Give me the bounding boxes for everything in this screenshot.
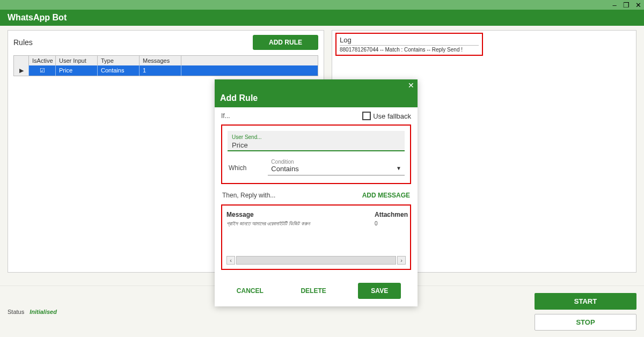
maximize-icon[interactable]: ❐ [623, 2, 630, 9]
rules-col-isactive: IsActive [29, 56, 56, 65]
rules-table: IsActive User Input Type Messages ▶ ☑ Pr… [13, 55, 318, 76]
modal-titlebar: ✕ [215, 79, 418, 91]
rules-col-messages: Messages [140, 56, 181, 65]
rules-col-userinput: User Input [56, 56, 98, 65]
messages-col-message: Message [226, 211, 375, 218]
log-highlight-box: Log 8801781267044 -- Match : Contains --… [335, 33, 483, 56]
row-isactive-checkbox[interactable]: ☑ [29, 65, 56, 76]
message-text: প্রাইস জানতে আমাদের ওয়েবসাইটটি ভিজিট কর… [226, 221, 375, 227]
row-indicator-icon: ▶ [14, 65, 29, 76]
status-wrap: Status Initialised [8, 309, 57, 315]
modal-actions: CANCEL DELETE SAVE [215, 276, 418, 306]
app-title-bar: WhatsApp Bot [0, 10, 644, 26]
log-entry: 8801781267044 -- Match : Contains -- Rep… [340, 45, 479, 53]
which-label: Which [229, 158, 246, 172]
row-userinput: Price [56, 65, 98, 76]
modal-close-icon[interactable]: ✕ [408, 81, 414, 90]
if-label: If... [221, 112, 230, 120]
messages-header: Message Attachmen [226, 211, 406, 218]
modal-title: Add Rule [215, 91, 418, 107]
user-send-value: Price [232, 141, 400, 149]
chevron-down-icon: ▼ [396, 165, 401, 171]
scrollbar-track[interactable] [236, 256, 396, 265]
user-send-input[interactable]: User Send... Price [228, 131, 405, 151]
user-send-label: User Send... [232, 134, 400, 140]
add-message-button[interactable]: ADD MESSAGE [362, 192, 410, 199]
condition-value: Contains [271, 165, 401, 173]
then-row: Then, Reply with... ADD MESSAGE [221, 188, 411, 204]
use-fallback-checkbox[interactable]: Use fallback [362, 112, 411, 120]
fallback-label: Use fallback [373, 112, 411, 120]
cancel-button[interactable]: CANCEL [231, 284, 269, 298]
add-rule-button[interactable]: ADD RULE [253, 35, 318, 50]
rules-header: Rules ADD RULE [13, 35, 318, 50]
add-rule-modal: ✕ Add Rule If... Use fallback User Send.… [215, 79, 418, 306]
save-button[interactable]: SAVE [358, 283, 401, 299]
rules-col-selector [14, 56, 29, 65]
rules-table-header: IsActive User Input Type Messages [14, 56, 318, 65]
footer-actions: START STOP [535, 293, 636, 331]
rules-col-type: Type [98, 56, 140, 65]
status-label: Status [8, 309, 24, 315]
if-row: If... Use fallback [221, 112, 411, 120]
start-button[interactable]: START [535, 293, 636, 310]
status-value: Initialised [30, 309, 57, 315]
delete-button[interactable]: DELETE [295, 284, 331, 298]
app-title: WhatsApp Bot [8, 13, 67, 23]
table-row[interactable]: ▶ ☑ Price Contains 1 [14, 65, 318, 76]
scroll-right-icon[interactable]: › [397, 256, 406, 265]
messages-scrollbar[interactable]: ‹ › [226, 256, 406, 265]
stop-button[interactable]: STOP [535, 314, 636, 331]
message-attachments: 0 [375, 221, 406, 227]
log-title: Log [340, 36, 479, 44]
if-condition-box: User Send... Price Which Condition Conta… [221, 124, 411, 184]
condition-dropdown[interactable]: Condition Contains ▼ [268, 158, 405, 175]
window-titlebar: – ❐ ✕ [0, 0, 644, 10]
table-row[interactable]: প্রাইস জানতে আমাদের ওয়েবসাইটটি ভিজিট কর… [226, 221, 406, 227]
checkbox-icon [362, 112, 371, 120]
row-type: Contains [98, 65, 140, 76]
messages-box: Message Attachmen প্রাইস জানতে আমাদের ওয… [221, 204, 411, 270]
window-close-icon[interactable]: ✕ [634, 2, 642, 9]
condition-label: Condition [271, 159, 401, 165]
which-row: Which Condition Contains ▼ [228, 157, 405, 178]
minimize-icon[interactable]: – [611, 2, 618, 9]
row-messages: 1 [140, 65, 181, 76]
modal-body: If... Use fallback User Send... Price Wh… [215, 107, 418, 276]
scroll-left-icon[interactable]: ‹ [226, 256, 235, 265]
messages-col-attachments: Attachmen [375, 211, 406, 218]
then-label: Then, Reply with... [222, 192, 275, 199]
rules-title: Rules [13, 38, 33, 47]
